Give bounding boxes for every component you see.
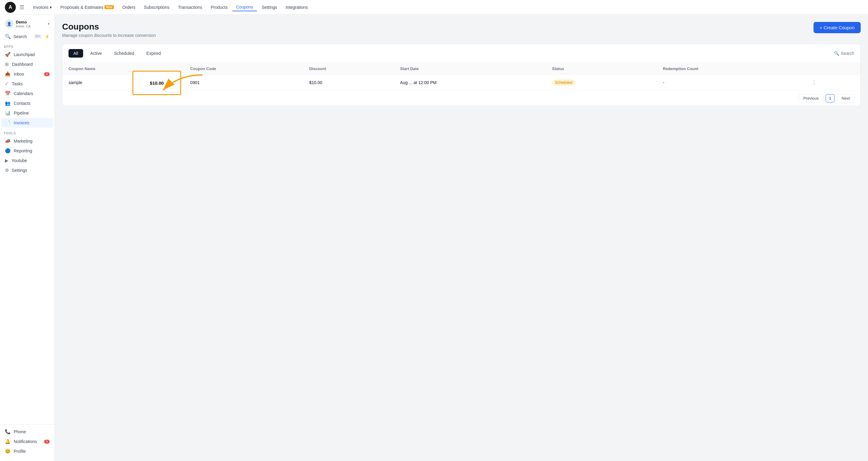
col-status: Status — [546, 63, 657, 75]
sidebar-item-label: Pipeline — [14, 111, 29, 115]
sidebar-item-profile[interactable]: 😊 Profile — [1, 446, 53, 456]
nav-transactions[interactable]: Transactions — [175, 4, 206, 11]
profile-icon: 😊 — [5, 449, 11, 454]
pagination: Previous 1 Next — [62, 90, 860, 106]
sidebar-item-label: Youtube — [11, 158, 27, 163]
table-search[interactable]: 🔍 Search — [834, 51, 854, 56]
nav-coupons[interactable]: Coupons — [232, 3, 257, 11]
menu-icon[interactable]: ☰ — [20, 4, 24, 11]
top-nav: A ☰ Invoices ▾ Proposals & Estimates New… — [0, 0, 868, 15]
avatar: 👤 — [5, 20, 13, 28]
contacts-icon: 👥 — [5, 100, 11, 106]
col-redemption: Redemption Count — [657, 63, 805, 75]
sidebar-search[interactable]: 🔍 Search ⌘K ⚡ — [1, 32, 53, 41]
sidebar-item-label: Dashboard — [12, 62, 33, 67]
cell-coupon-name: sample — [62, 75, 184, 90]
sidebar-item-reporting[interactable]: 🔵 Reporting — [1, 146, 53, 156]
sidebar-item-label: Tasks — [12, 81, 23, 86]
inbox-badge: 0 — [44, 72, 50, 76]
user-location: Irvine, CA — [16, 24, 45, 28]
chevron-down-icon: ▾ — [48, 22, 50, 26]
col-actions — [805, 63, 860, 75]
coupons-card: All Active Scheduled Expired 🔍 Search Co… — [62, 44, 861, 106]
user-name: Demo — [16, 20, 45, 24]
sidebar-item-calendars[interactable]: 📅 Calendars — [1, 89, 53, 98]
filter-toolbar: All Active Scheduled Expired 🔍 Search — [62, 44, 860, 63]
sidebar-item-label: Settings — [12, 168, 27, 173]
nav-integrations[interactable]: Integrations — [282, 4, 311, 11]
cell-status: Scheduled — [546, 75, 657, 90]
col-coupon-code: Coupon Code — [184, 63, 303, 75]
sidebar-user[interactable]: 👤 Demo Irvine, CA ▾ — [1, 17, 53, 30]
next-button[interactable]: Next — [837, 94, 854, 103]
marketing-icon: 📣 — [5, 138, 11, 144]
sidebar-item-launchpad[interactable]: 🚀 Launchpad — [1, 50, 53, 59]
sidebar-item-label: Launchpad — [14, 52, 35, 57]
sidebar-item-dashboard[interactable]: ⊞ Dashboard — [1, 59, 53, 69]
filter-tab-all[interactable]: All — [68, 49, 83, 58]
tasks-icon: ✓ — [5, 81, 9, 87]
calendars-icon: 📅 — [5, 91, 11, 96]
nav-products[interactable]: Products — [207, 4, 231, 11]
sidebar-item-label: Calendars — [14, 91, 33, 96]
bolt-icon: ⚡ — [44, 34, 50, 39]
phone-icon: 📞 — [5, 429, 11, 434]
sidebar-item-label: Marketing — [14, 139, 32, 144]
col-start-date: Start Date — [394, 63, 546, 75]
notifications-badge: 5 — [44, 440, 50, 444]
reporting-icon: 🔵 — [5, 148, 11, 153]
youtube-icon: ▶ — [5, 158, 8, 163]
previous-button[interactable]: Previous — [799, 94, 823, 103]
cell-redemption: - — [657, 75, 805, 90]
sidebar-item-pipeline[interactable]: 📊 Pipeline — [1, 108, 53, 118]
nav-orders[interactable]: Orders — [119, 4, 139, 11]
sidebar-item-contacts[interactable]: 👥 Contacts — [1, 98, 53, 108]
dashboard-icon: ⊞ — [5, 62, 9, 67]
search-label: Search — [13, 34, 27, 39]
sidebar-item-tasks[interactable]: ✓ Tasks — [1, 79, 53, 89]
col-coupon-name: Coupon Name — [62, 63, 184, 75]
search-icon: 🔍 — [5, 33, 11, 39]
page-header: Coupons Manage coupon discounts to incre… — [62, 22, 861, 38]
cell-row-actions[interactable]: ⋮ — [805, 75, 860, 90]
sidebar-item-invoices[interactable]: 📄 Invoices — [1, 118, 53, 128]
sidebar-item-notifications[interactable]: 🔔 Notifications 5 — [1, 437, 53, 446]
page-title: Coupons — [62, 22, 156, 32]
nav-invoices[interactable]: Invoices ▾ — [29, 4, 55, 11]
sidebar-item-marketing[interactable]: 📣 Marketing — [1, 136, 53, 146]
nav-subscriptions[interactable]: Subscriptions — [141, 4, 173, 11]
sidebar: 👤 Demo Irvine, CA ▾ 🔍 Search ⌘K ⚡ Apps 🚀… — [0, 15, 55, 461]
coupons-table: Coupon Name Coupon Code Discount Start D… — [62, 63, 860, 90]
cell-start-date: Aug ... at 12:00 PM — [394, 75, 546, 90]
sidebar-item-label: Inbox — [14, 71, 24, 77]
filter-tab-scheduled[interactable]: Scheduled — [109, 49, 139, 58]
launchpad-icon: 🚀 — [5, 52, 11, 57]
sidebar-item-youtube[interactable]: ▶ Youtube — [1, 156, 53, 166]
app-logo: A — [5, 2, 16, 13]
settings-icon: ⚙ — [5, 168, 9, 173]
status-badge: Scheduled — [552, 80, 576, 86]
filter-tab-expired[interactable]: Expired — [142, 49, 166, 58]
search-shortcut: ⌘K — [33, 34, 42, 39]
invoices-icon: 📄 — [5, 120, 11, 125]
sidebar-item-phone[interactable]: 📞 Phone — [1, 427, 53, 437]
sidebar-item-label: Notifications — [14, 439, 37, 444]
col-discount: Discount — [303, 63, 394, 75]
row-actions-icon[interactable]: ⋮ — [811, 80, 817, 86]
create-coupon-button[interactable]: + Create Coupon — [813, 22, 861, 33]
current-page: 1 — [826, 94, 835, 103]
filter-tab-active[interactable]: Active — [86, 49, 107, 58]
discount-value: $10.00 — [309, 80, 322, 85]
bell-icon: 🔔 — [5, 439, 11, 444]
table-row: sample 0901 $10.00 Aug ... at 12:00 PM S… — [62, 75, 860, 90]
page-subtitle: Manage coupon discounts to increase conv… — [62, 33, 156, 38]
sidebar-item-label: Phone — [14, 429, 26, 434]
nav-proposals[interactable]: Proposals & Estimates New — [57, 4, 117, 11]
apps-section-label: Apps — [0, 41, 55, 50]
sidebar-item-inbox[interactable]: 📥 Inbox 0 — [1, 69, 53, 79]
sidebar-item-label: Invoices — [14, 120, 29, 125]
sidebar-item-label: Reporting — [14, 148, 32, 153]
sidebar-item-settings[interactable]: ⚙ Settings — [1, 166, 53, 175]
sidebar-item-label: Profile — [14, 449, 26, 454]
nav-settings[interactable]: Settings — [258, 4, 281, 11]
